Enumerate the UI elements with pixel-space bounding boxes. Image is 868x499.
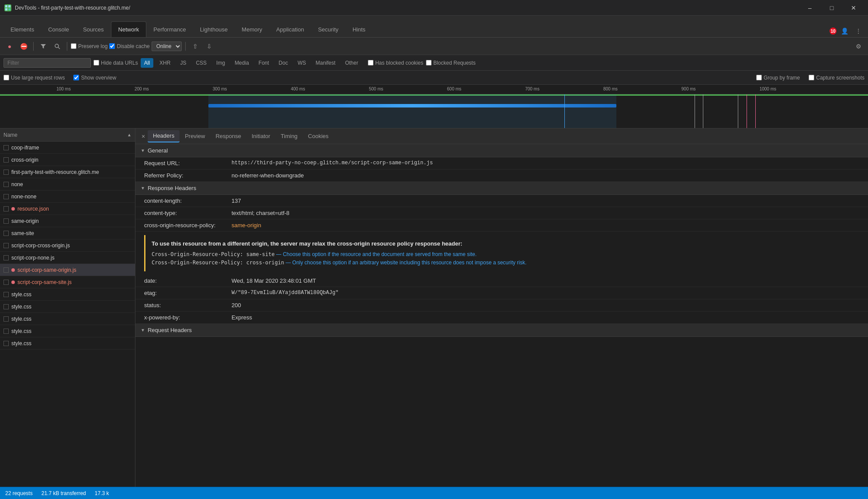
filter-icon-button[interactable] <box>37 40 49 52</box>
close-panel-button[interactable]: × <box>139 132 148 141</box>
tab-sources[interactable]: Sources <box>76 21 111 37</box>
preserve-log-label[interactable]: Preserve log <box>71 43 107 49</box>
tab-timing[interactable]: Timing <box>276 130 303 142</box>
minimize-button[interactable]: – <box>800 2 820 14</box>
download-icon-button[interactable]: ⇩ <box>203 40 215 52</box>
filter-css[interactable]: CSS <box>192 58 210 68</box>
file-checkbox[interactable] <box>3 280 9 285</box>
search-button[interactable] <box>51 40 63 52</box>
file-checkbox[interactable] <box>3 231 9 236</box>
file-checkbox[interactable] <box>3 316 9 322</box>
settings-button[interactable]: ⚙ <box>852 40 865 52</box>
hide-data-urls-checkbox[interactable] <box>93 60 99 66</box>
large-rows-label[interactable]: Use large request rows <box>3 75 65 81</box>
file-checkbox[interactable] <box>3 206 9 211</box>
close-button[interactable]: ✕ <box>844 2 864 14</box>
filter-media[interactable]: Media <box>231 58 252 68</box>
list-item[interactable]: script-corp-cross-origin.js <box>0 239 135 252</box>
list-item[interactable]: style.css <box>0 325 135 337</box>
throttle-select[interactable]: Online <box>152 42 182 51</box>
more-options-button[interactable]: ⋮ <box>852 25 865 37</box>
filter-all[interactable]: All <box>141 58 153 68</box>
warning-option1: — Choose this option if the resource and… <box>275 251 477 257</box>
file-checkbox[interactable] <box>3 329 9 334</box>
list-item[interactable]: script-corp-same-origin.js <box>0 264 135 276</box>
filter-input[interactable] <box>3 58 91 68</box>
tab-headers[interactable]: Headers <box>148 130 180 142</box>
file-checkbox[interactable] <box>3 341 9 346</box>
list-item[interactable]: same-origin <box>0 215 135 227</box>
file-checkbox[interactable] <box>3 243 9 248</box>
filter-js[interactable]: JS <box>176 58 190 68</box>
tab-console[interactable]: Console <box>41 21 76 37</box>
show-overview-checkbox[interactable] <box>73 75 79 80</box>
blocked-requests-checkbox[interactable] <box>426 60 432 66</box>
file-checkbox[interactable] <box>3 145 9 150</box>
file-checkbox[interactable] <box>3 267 9 273</box>
show-overview-label[interactable]: Show overview <box>73 75 116 81</box>
record-button[interactable]: ● <box>3 40 16 52</box>
filter-xhr[interactable]: XHR <box>156 58 174 68</box>
tab-performance[interactable]: Performance <box>146 21 193 37</box>
group-by-frame-label[interactable]: Group by frame <box>756 75 800 81</box>
tab-application[interactable]: Application <box>269 21 311 37</box>
list-item[interactable]: none <box>0 178 135 191</box>
capture-screenshots-checkbox[interactable] <box>809 75 814 80</box>
user-icon-button[interactable]: 👤 <box>838 25 851 37</box>
filter-doc[interactable]: Doc <box>275 58 291 68</box>
file-checkbox[interactable] <box>3 292 9 297</box>
list-item[interactable]: style.css <box>0 313 135 325</box>
filter-ws[interactable]: WS <box>294 58 309 68</box>
group-by-frame-checkbox[interactable] <box>756 75 762 80</box>
filter-manifest[interactable]: Manifest <box>312 58 339 68</box>
preserve-log-checkbox[interactable] <box>71 43 76 49</box>
tab-cookies[interactable]: Cookies <box>303 130 334 142</box>
hide-data-urls-label[interactable]: Hide data URLs <box>93 60 138 66</box>
filter-font[interactable]: Font <box>255 58 273 68</box>
upload-icon-button[interactable]: ⇧ <box>189 40 201 52</box>
list-item[interactable]: style.css <box>0 301 135 313</box>
file-checkbox[interactable] <box>3 182 9 187</box>
tab-hints[interactable]: Hints <box>346 21 373 37</box>
file-checkbox[interactable] <box>3 255 9 260</box>
tab-lighthouse[interactable]: Lighthouse <box>193 21 235 37</box>
large-rows-checkbox[interactable] <box>3 75 9 80</box>
tab-preview[interactable]: Preview <box>180 130 210 142</box>
response-headers-section-header[interactable]: ▼ Response Headers <box>135 182 868 195</box>
general-section-header[interactable]: ▼ General <box>135 144 868 157</box>
list-item[interactable]: style.css <box>0 288 135 301</box>
disable-cache-label[interactable]: Disable cache <box>109 43 149 49</box>
has-blocked-cookies-label[interactable]: Has blocked cookies <box>368 60 423 66</box>
list-item[interactable]: script-corp-same-site.js <box>0 276 135 288</box>
file-checkbox[interactable] <box>3 170 9 175</box>
tab-elements[interactable]: Elements <box>3 21 41 37</box>
file-checkbox[interactable] <box>3 304 9 309</box>
list-item[interactable]: script-corp-none.js <box>0 252 135 264</box>
list-item[interactable]: coop-iframe <box>0 142 135 154</box>
blocked-requests-label[interactable]: Blocked Requests <box>426 60 476 66</box>
tab-initiator[interactable]: Initiator <box>246 130 276 142</box>
list-item[interactable]: first-party-test-with-resource.glitch.me <box>0 166 135 178</box>
clear-button[interactable]: ⛔ <box>17 40 30 52</box>
list-item[interactable]: none-none <box>0 191 135 203</box>
file-checkbox[interactable] <box>3 194 9 199</box>
tab-network[interactable]: Network <box>111 21 147 37</box>
has-blocked-cookies-checkbox[interactable] <box>368 60 373 66</box>
request-headers-section-header[interactable]: ▼ Request Headers <box>135 324 868 337</box>
file-error-dot <box>11 207 15 211</box>
tab-security[interactable]: Security <box>311 21 346 37</box>
list-item[interactable]: cross-origin <box>0 154 135 166</box>
maximize-button[interactable]: □ <box>822 2 842 14</box>
capture-screenshots-label[interactable]: Capture screenshots <box>809 75 865 81</box>
filter-other[interactable]: Other <box>342 58 362 68</box>
filter-img[interactable]: Img <box>213 58 228 68</box>
list-item[interactable]: same-site <box>0 227 135 239</box>
list-item[interactable]: style.css <box>0 337 135 350</box>
tab-response[interactable]: Response <box>210 130 246 142</box>
timeline-content[interactable] <box>0 94 868 128</box>
file-checkbox[interactable] <box>3 157 9 163</box>
disable-cache-checkbox[interactable] <box>109 43 115 49</box>
tab-memory[interactable]: Memory <box>235 21 269 37</box>
file-checkbox[interactable] <box>3 218 9 224</box>
list-item[interactable]: resource.json <box>0 203 135 215</box>
